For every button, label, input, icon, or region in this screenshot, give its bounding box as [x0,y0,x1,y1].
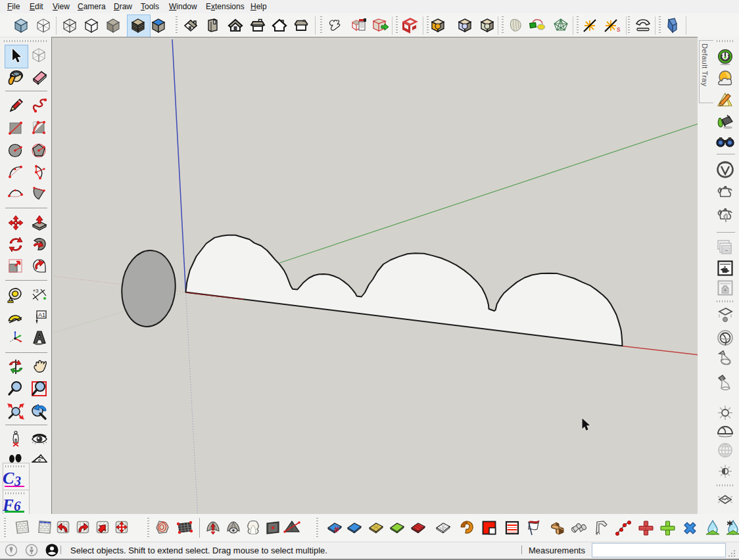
svg-text:3: 3 [36,288,39,294]
svg-text:s: s [617,25,621,33]
svg-text:C: C [3,469,14,487]
svg-text:#: # [334,525,339,534]
svg-text:3: 3 [14,474,21,487]
svg-text:A1: A1 [38,312,45,318]
